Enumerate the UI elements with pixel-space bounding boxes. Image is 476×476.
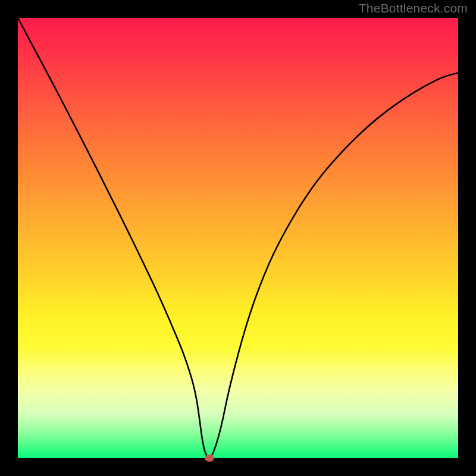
plot-area — [18, 18, 458, 458]
bottleneck-curve — [18, 18, 458, 458]
min-point-marker — [205, 455, 214, 462]
watermark-label: TheBottleneck.com — [359, 1, 468, 15]
chart-frame: TheBottleneck.com — [0, 0, 476, 476]
